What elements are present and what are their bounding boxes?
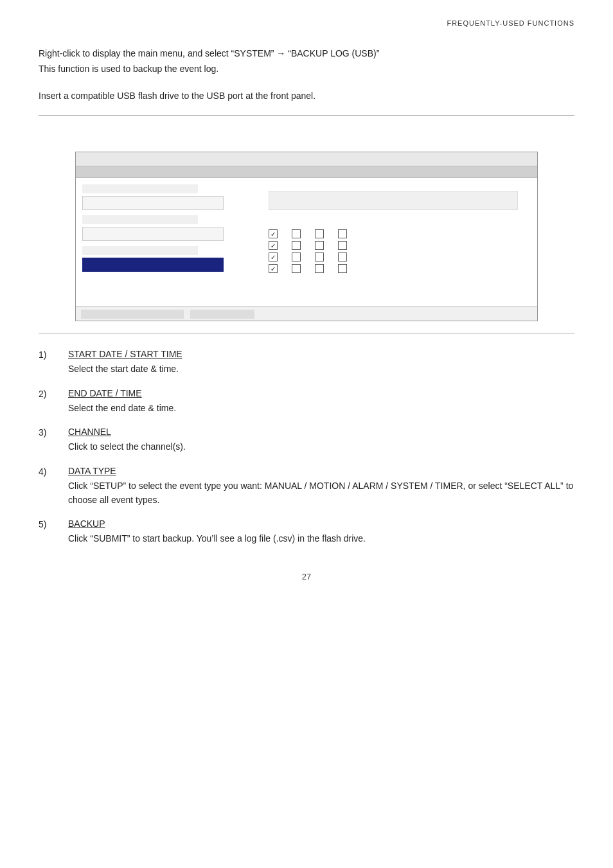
list-title-2: END DATE / TIME	[68, 388, 142, 398]
channel-input[interactable]	[82, 258, 224, 272]
start-date-input[interactable]	[82, 196, 224, 210]
list-desc-2: Select the end date & time.	[68, 401, 574, 415]
list-title-5: BACKUP	[68, 518, 105, 529]
cb-3-2[interactable]	[292, 252, 301, 261]
cb-2-1[interactable]	[269, 241, 278, 250]
cb-3-3[interactable]	[315, 252, 324, 261]
checkbox-row-2	[269, 241, 518, 250]
checkbox-row-1	[269, 229, 518, 238]
start-date-label	[82, 184, 198, 193]
checkbox-row-4	[269, 264, 518, 273]
page-number: 27	[39, 572, 574, 581]
ui-top-bar	[76, 152, 537, 166]
list-num-2: 2)	[39, 388, 68, 399]
list-item-2: 2) END DATE / TIME Select the end date &…	[39, 388, 574, 415]
cb-1-4[interactable]	[338, 229, 347, 238]
intro-line3: Insert a compatible USB flash drive to t…	[39, 89, 574, 104]
divider-bottom	[39, 333, 574, 333]
list-num-3: 3)	[39, 427, 68, 438]
list-desc-5: Click “SUBMIT” to start backup. You’ll s…	[68, 531, 574, 545]
bottom-field-1[interactable]	[81, 310, 184, 319]
ui-bottom-bar	[76, 306, 537, 321]
ui-diagram-wrapper	[39, 152, 574, 321]
intro-section: Right-click to display the main menu, an…	[39, 46, 574, 77]
cb-2-3[interactable]	[315, 241, 324, 250]
list-title-1: START DATE / START TIME	[68, 349, 182, 359]
intro-line1: Right-click to display the main menu, an…	[39, 46, 574, 62]
cb-2-4[interactable]	[338, 241, 347, 250]
numbered-list: 1) START DATE / START TIME Select the st…	[39, 349, 574, 545]
list-desc-3: Click to select the channel(s).	[68, 439, 574, 454]
list-item-4: 4) DATA TYPE Click “SETUP” to select the…	[39, 466, 574, 508]
channel-field-row	[82, 246, 249, 272]
cb-4-3[interactable]	[315, 264, 324, 273]
intro-line2: This function is used to backup the even…	[39, 62, 574, 77]
list-item-1: 1) START DATE / START TIME Select the st…	[39, 349, 574, 376]
header-title: FREQUENTLY-USED FUNCTIONS	[447, 19, 574, 27]
cb-4-4[interactable]	[338, 264, 347, 273]
list-num-5: 5)	[39, 518, 68, 529]
list-title-3: CHANNEL	[68, 427, 111, 437]
ui-diagram	[75, 152, 538, 321]
ui-right-top-bar	[269, 191, 518, 210]
list-content-3: CHANNEL Click to select the channel(s).	[68, 427, 574, 454]
start-date-field-row	[82, 184, 249, 210]
list-desc-4: Click “SETUP” to select the event type y…	[68, 479, 574, 508]
ui-second-bar	[76, 166, 537, 178]
checkbox-row-3	[269, 252, 518, 261]
checkbox-grid	[269, 229, 518, 273]
divider-top	[39, 115, 574, 116]
list-num-1: 1)	[39, 349, 68, 360]
page-header: FREQUENTLY-USED FUNCTIONS	[39, 19, 574, 27]
ui-content-area	[76, 178, 537, 306]
list-item-3: 3) CHANNEL Click to select the channel(s…	[39, 427, 574, 454]
bottom-field-2[interactable]	[190, 310, 254, 319]
cb-4-2[interactable]	[292, 264, 301, 273]
list-content-4: DATA TYPE Click “SETUP” to select the ev…	[68, 466, 574, 508]
end-date-label	[82, 215, 198, 224]
cb-2-2[interactable]	[292, 241, 301, 250]
cb-4-1[interactable]	[269, 264, 278, 273]
ui-right-panel	[256, 184, 531, 300]
list-desc-1: Select the start date & time.	[68, 362, 574, 376]
cb-3-4[interactable]	[338, 252, 347, 261]
channel-label	[82, 246, 198, 255]
cb-1-3[interactable]	[315, 229, 324, 238]
end-date-field-row	[82, 215, 249, 241]
list-content-1: START DATE / START TIME Select the start…	[68, 349, 574, 376]
list-content-5: BACKUP Click “SUBMIT” to start backup. Y…	[68, 518, 574, 545]
list-item-5: 5) BACKUP Click “SUBMIT” to start backup…	[39, 518, 574, 545]
end-date-input[interactable]	[82, 227, 224, 241]
cb-1-1[interactable]	[269, 229, 278, 238]
cb-3-1[interactable]	[269, 252, 278, 261]
list-num-4: 4)	[39, 466, 68, 477]
list-title-4: DATA TYPE	[68, 466, 116, 476]
cb-1-2[interactable]	[292, 229, 301, 238]
list-content-2: END DATE / TIME Select the end date & ti…	[68, 388, 574, 415]
ui-left-panel	[82, 184, 249, 300]
